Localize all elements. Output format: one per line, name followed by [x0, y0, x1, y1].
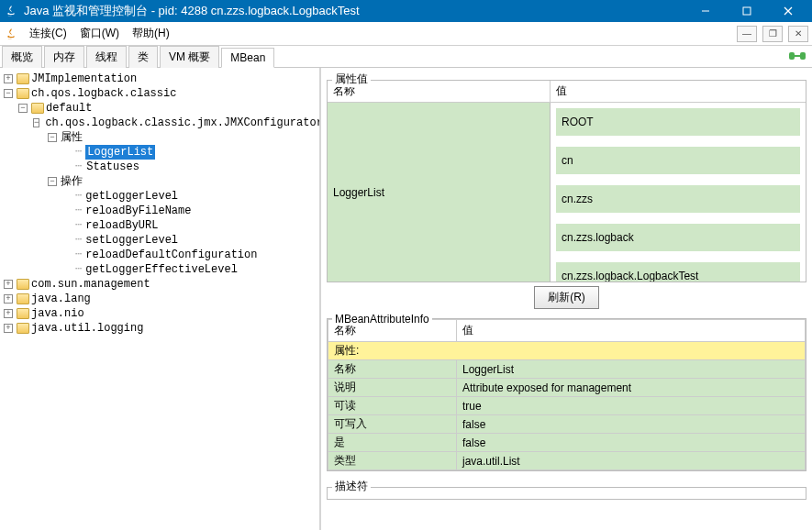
- info-label: 类型: [328, 452, 457, 470]
- tab-classes[interactable]: 类: [128, 46, 158, 68]
- expand-icon[interactable]: +: [4, 74, 13, 83]
- menu-connect[interactable]: 连接(C): [24, 24, 72, 43]
- tree-node[interactable]: ch.qos.logback.classic: [31, 86, 176, 101]
- maximize-button[interactable]: [726, 0, 767, 22]
- tree-node-statuses[interactable]: Statuses: [85, 160, 140, 174]
- section-title: 属性值: [332, 72, 371, 87]
- tree-node-loggerlist[interactable]: LoggerList: [85, 145, 155, 160]
- tree-op[interactable]: reloadByFileName: [85, 204, 191, 218]
- list-item[interactable]: cn.zzs: [556, 185, 800, 213]
- info-value: true: [457, 397, 806, 415]
- mbean-tree-pane[interactable]: +JMImplementation −ch.qos.logback.classi…: [0, 68, 321, 530]
- info-label: 可读: [328, 397, 457, 415]
- detail-pane: 属性值 名称 值 LoggerList ROOT cn cn.zzs cn.zz…: [321, 68, 812, 530]
- tree-node[interactable]: java.util.logging: [31, 321, 143, 336]
- attr-name-cell: LoggerList: [328, 103, 551, 282]
- list-item[interactable]: cn: [556, 147, 800, 174]
- folder-icon: [17, 73, 29, 84]
- tree-op[interactable]: getLoggerLevel: [85, 189, 178, 204]
- mdi-minimize-button[interactable]: —: [737, 26, 757, 42]
- tree-node[interactable]: ch.qos.logback.classic.jmx.JMXConfigurat…: [45, 116, 321, 130]
- tab-overview[interactable]: 概览: [2, 46, 42, 68]
- collapse-icon[interactable]: −: [33, 118, 39, 127]
- expand-icon[interactable]: +: [4, 294, 13, 304]
- tab-bar: 概览 内存 线程 类 VM 概要 MBean: [0, 46, 812, 68]
- info-value: LoggerList: [457, 360, 806, 379]
- info-row-attr: 属性:: [328, 342, 806, 360]
- section-title: MBeanAttributeInfo: [332, 313, 432, 326]
- svg-rect-1: [743, 7, 751, 15]
- tree-op[interactable]: setLoggerLevel: [85, 233, 178, 248]
- svg-rect-4: [789, 52, 795, 60]
- attribute-value-section: 属性值 名称 值 LoggerList ROOT cn cn.zzs cn.zz…: [327, 72, 806, 313]
- info-label: 说明: [328, 379, 457, 397]
- folder-icon: [31, 103, 44, 114]
- info-label: 是: [328, 434, 457, 452]
- mdi-close-button[interactable]: ✕: [788, 26, 808, 42]
- tab-memory[interactable]: 内存: [44, 46, 84, 68]
- info-value: Attribute exposed for management: [457, 379, 806, 397]
- expand-icon[interactable]: +: [4, 280, 13, 289]
- minimize-button[interactable]: [684, 0, 726, 22]
- menu-help[interactable]: 帮助(H): [127, 24, 175, 43]
- titlebar: Java 监视和管理控制台 - pid: 4288 cn.zzs.logback…: [0, 0, 812, 22]
- tab-threads[interactable]: 线程: [86, 46, 127, 68]
- info-label: 可写入: [328, 415, 457, 434]
- tree-node[interactable]: com.sun.management: [31, 277, 150, 292]
- list-item[interactable]: cn.zzs.logback: [556, 224, 800, 251]
- folder-icon: [17, 293, 29, 304]
- mbean-info-section: MBeanAttributeInfo 名称 值 属性: 名称LoggerList…: [327, 313, 806, 471]
- connection-status-icon: [788, 49, 806, 63]
- tree-node[interactable]: JMImplementation: [31, 72, 137, 86]
- info-label: 名称: [328, 360, 457, 379]
- mdi-restore-button[interactable]: ❐: [762, 26, 783, 42]
- tab-vm[interactable]: VM 概要: [160, 46, 219, 68]
- tree-node-attributes[interactable]: 属性: [61, 130, 83, 145]
- tree-op[interactable]: getLoggerEffectiveLevel: [85, 262, 238, 277]
- folder-icon: [17, 323, 29, 334]
- expand-icon[interactable]: +: [4, 309, 13, 318]
- descriptor-section: 描述符: [327, 479, 806, 500]
- expand-icon[interactable]: +: [4, 324, 13, 333]
- col-value: 值: [551, 81, 806, 102]
- section-title: 描述符: [332, 479, 371, 494]
- svg-rect-5: [800, 52, 806, 60]
- window-title: Java 监视和管理控制台 - pid: 4288 cn.zzs.logback…: [24, 3, 684, 19]
- close-button[interactable]: [767, 0, 808, 22]
- menu-window[interactable]: 窗口(W): [74, 24, 125, 43]
- collapse-icon[interactable]: −: [18, 104, 28, 113]
- folder-icon: [17, 88, 29, 99]
- mbean-tree[interactable]: +JMImplementation −ch.qos.logback.classi…: [2, 72, 317, 336]
- menubar: 连接(C) 窗口(W) 帮助(H) — ❐ ✕: [0, 22, 812, 46]
- collapse-icon[interactable]: −: [48, 133, 57, 142]
- folder-icon: [17, 308, 29, 319]
- list-item[interactable]: cn.zzs.logback.LogbackTest: [556, 262, 800, 282]
- refresh-button[interactable]: 刷新(R): [534, 286, 599, 309]
- list-item[interactable]: ROOT: [556, 108, 800, 136]
- tree-node[interactable]: default: [46, 101, 92, 116]
- info-value: false: [457, 434, 806, 452]
- java-icon: [4, 4, 18, 18]
- tree-op[interactable]: reloadDefaultConfiguration: [85, 248, 257, 262]
- folder-icon: [17, 279, 29, 290]
- attr-value-list[interactable]: ROOT cn cn.zzs cn.zzs.logback cn.zzs.log…: [551, 103, 806, 282]
- info-value: false: [457, 415, 806, 434]
- tree-node[interactable]: java.nio: [31, 306, 84, 321]
- collapse-icon[interactable]: −: [48, 177, 57, 186]
- tree-node[interactable]: java.lang: [31, 292, 91, 306]
- col-value: 值: [457, 320, 806, 342]
- info-value: java.util.List: [457, 452, 806, 470]
- tree-op[interactable]: reloadByURL: [85, 218, 158, 233]
- tree-node-operations[interactable]: 操作: [61, 174, 83, 189]
- collapse-icon[interactable]: −: [4, 89, 13, 98]
- java-icon: [4, 27, 18, 41]
- tab-mbean[interactable]: MBean: [221, 48, 274, 68]
